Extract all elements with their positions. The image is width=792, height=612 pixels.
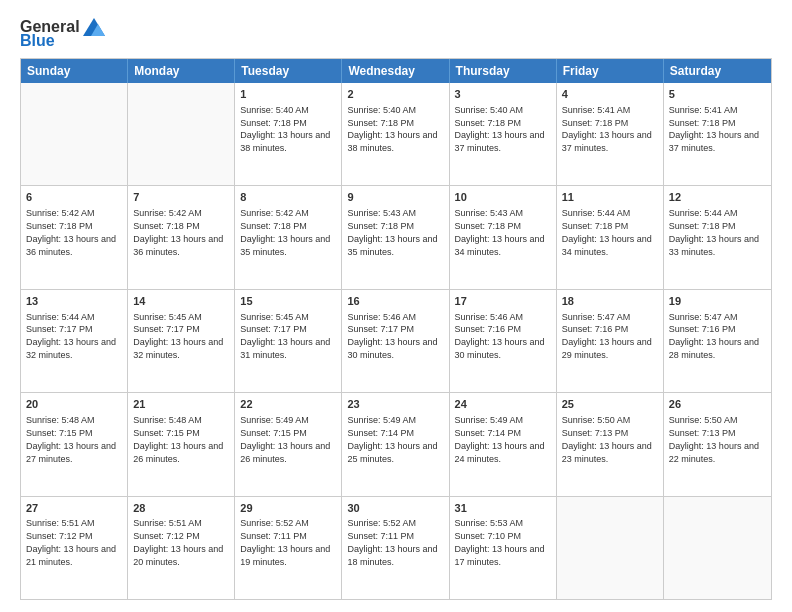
calendar-cell: 21Sunrise: 5:48 AM Sunset: 7:15 PM Dayli… [128,393,235,495]
logo: General Blue [20,18,105,50]
day-number: 31 [455,501,551,516]
day-info: Sunrise: 5:49 AM Sunset: 7:15 PM Dayligh… [240,415,330,463]
day-info: Sunrise: 5:43 AM Sunset: 7:18 PM Dayligh… [347,208,437,256]
header-day-friday: Friday [557,59,664,83]
calendar-cell: 17Sunrise: 5:46 AM Sunset: 7:16 PM Dayli… [450,290,557,392]
day-info: Sunrise: 5:40 AM Sunset: 7:18 PM Dayligh… [347,105,437,153]
header-day-monday: Monday [128,59,235,83]
day-number: 4 [562,87,658,102]
calendar-cell: 15Sunrise: 5:45 AM Sunset: 7:17 PM Dayli… [235,290,342,392]
calendar-cell: 9Sunrise: 5:43 AM Sunset: 7:18 PM Daylig… [342,186,449,288]
calendar-row-2: 6Sunrise: 5:42 AM Sunset: 7:18 PM Daylig… [21,185,771,288]
logo-blue: Blue [20,32,55,50]
day-info: Sunrise: 5:40 AM Sunset: 7:18 PM Dayligh… [455,105,545,153]
day-number: 24 [455,397,551,412]
day-info: Sunrise: 5:42 AM Sunset: 7:18 PM Dayligh… [26,208,116,256]
day-number: 7 [133,190,229,205]
calendar-cell [128,83,235,185]
calendar-cell: 11Sunrise: 5:44 AM Sunset: 7:18 PM Dayli… [557,186,664,288]
day-info: Sunrise: 5:47 AM Sunset: 7:16 PM Dayligh… [562,312,652,360]
calendar-cell: 13Sunrise: 5:44 AM Sunset: 7:17 PM Dayli… [21,290,128,392]
calendar-cell: 26Sunrise: 5:50 AM Sunset: 7:13 PM Dayli… [664,393,771,495]
day-number: 26 [669,397,766,412]
calendar-cell: 20Sunrise: 5:48 AM Sunset: 7:15 PM Dayli… [21,393,128,495]
day-number: 25 [562,397,658,412]
day-info: Sunrise: 5:42 AM Sunset: 7:18 PM Dayligh… [133,208,223,256]
calendar-cell: 23Sunrise: 5:49 AM Sunset: 7:14 PM Dayli… [342,393,449,495]
calendar-cell: 24Sunrise: 5:49 AM Sunset: 7:14 PM Dayli… [450,393,557,495]
day-info: Sunrise: 5:45 AM Sunset: 7:17 PM Dayligh… [133,312,223,360]
day-info: Sunrise: 5:52 AM Sunset: 7:11 PM Dayligh… [347,518,437,566]
day-number: 3 [455,87,551,102]
calendar-cell: 19Sunrise: 5:47 AM Sunset: 7:16 PM Dayli… [664,290,771,392]
day-info: Sunrise: 5:44 AM Sunset: 7:17 PM Dayligh… [26,312,116,360]
header-day-tuesday: Tuesday [235,59,342,83]
calendar-row-3: 13Sunrise: 5:44 AM Sunset: 7:17 PM Dayli… [21,289,771,392]
header-day-thursday: Thursday [450,59,557,83]
day-info: Sunrise: 5:49 AM Sunset: 7:14 PM Dayligh… [455,415,545,463]
calendar-row-5: 27Sunrise: 5:51 AM Sunset: 7:12 PM Dayli… [21,496,771,599]
day-number: 15 [240,294,336,309]
day-number: 19 [669,294,766,309]
calendar-cell: 22Sunrise: 5:49 AM Sunset: 7:15 PM Dayli… [235,393,342,495]
calendar-cell: 1Sunrise: 5:40 AM Sunset: 7:18 PM Daylig… [235,83,342,185]
header: General Blue [20,18,772,50]
day-info: Sunrise: 5:51 AM Sunset: 7:12 PM Dayligh… [26,518,116,566]
day-number: 9 [347,190,443,205]
day-info: Sunrise: 5:49 AM Sunset: 7:14 PM Dayligh… [347,415,437,463]
calendar-cell: 4Sunrise: 5:41 AM Sunset: 7:18 PM Daylig… [557,83,664,185]
day-number: 16 [347,294,443,309]
day-info: Sunrise: 5:48 AM Sunset: 7:15 PM Dayligh… [26,415,116,463]
calendar-body: 1Sunrise: 5:40 AM Sunset: 7:18 PM Daylig… [21,83,771,599]
page: General Blue SundayMondayTuesdayWednesda… [0,0,792,612]
day-info: Sunrise: 5:43 AM Sunset: 7:18 PM Dayligh… [455,208,545,256]
day-number: 11 [562,190,658,205]
calendar-cell: 5Sunrise: 5:41 AM Sunset: 7:18 PM Daylig… [664,83,771,185]
day-info: Sunrise: 5:42 AM Sunset: 7:18 PM Dayligh… [240,208,330,256]
calendar-cell: 25Sunrise: 5:50 AM Sunset: 7:13 PM Dayli… [557,393,664,495]
calendar-header: SundayMondayTuesdayWednesdayThursdayFrid… [21,59,771,83]
day-number: 18 [562,294,658,309]
day-info: Sunrise: 5:53 AM Sunset: 7:10 PM Dayligh… [455,518,545,566]
calendar-cell: 2Sunrise: 5:40 AM Sunset: 7:18 PM Daylig… [342,83,449,185]
calendar-cell: 8Sunrise: 5:42 AM Sunset: 7:18 PM Daylig… [235,186,342,288]
calendar-cell: 27Sunrise: 5:51 AM Sunset: 7:12 PM Dayli… [21,497,128,599]
calendar-cell: 6Sunrise: 5:42 AM Sunset: 7:18 PM Daylig… [21,186,128,288]
header-day-saturday: Saturday [664,59,771,83]
calendar-cell [21,83,128,185]
day-number: 2 [347,87,443,102]
day-number: 23 [347,397,443,412]
calendar-cell: 3Sunrise: 5:40 AM Sunset: 7:18 PM Daylig… [450,83,557,185]
calendar-cell: 30Sunrise: 5:52 AM Sunset: 7:11 PM Dayli… [342,497,449,599]
day-info: Sunrise: 5:44 AM Sunset: 7:18 PM Dayligh… [669,208,759,256]
day-number: 17 [455,294,551,309]
calendar-cell: 16Sunrise: 5:46 AM Sunset: 7:17 PM Dayli… [342,290,449,392]
day-number: 8 [240,190,336,205]
day-number: 28 [133,501,229,516]
day-info: Sunrise: 5:46 AM Sunset: 7:16 PM Dayligh… [455,312,545,360]
day-info: Sunrise: 5:41 AM Sunset: 7:18 PM Dayligh… [562,105,652,153]
day-info: Sunrise: 5:51 AM Sunset: 7:12 PM Dayligh… [133,518,223,566]
day-number: 20 [26,397,122,412]
calendar-cell: 14Sunrise: 5:45 AM Sunset: 7:17 PM Dayli… [128,290,235,392]
day-number: 13 [26,294,122,309]
day-info: Sunrise: 5:52 AM Sunset: 7:11 PM Dayligh… [240,518,330,566]
day-info: Sunrise: 5:40 AM Sunset: 7:18 PM Dayligh… [240,105,330,153]
day-number: 10 [455,190,551,205]
calendar-cell: 18Sunrise: 5:47 AM Sunset: 7:16 PM Dayli… [557,290,664,392]
calendar-cell: 31Sunrise: 5:53 AM Sunset: 7:10 PM Dayli… [450,497,557,599]
header-day-wednesday: Wednesday [342,59,449,83]
calendar-cell: 12Sunrise: 5:44 AM Sunset: 7:18 PM Dayli… [664,186,771,288]
day-number: 29 [240,501,336,516]
day-number: 1 [240,87,336,102]
day-number: 14 [133,294,229,309]
calendar-row-4: 20Sunrise: 5:48 AM Sunset: 7:15 PM Dayli… [21,392,771,495]
day-info: Sunrise: 5:41 AM Sunset: 7:18 PM Dayligh… [669,105,759,153]
calendar-row-1: 1Sunrise: 5:40 AM Sunset: 7:18 PM Daylig… [21,83,771,185]
day-number: 5 [669,87,766,102]
calendar-cell: 10Sunrise: 5:43 AM Sunset: 7:18 PM Dayli… [450,186,557,288]
day-number: 22 [240,397,336,412]
day-info: Sunrise: 5:45 AM Sunset: 7:17 PM Dayligh… [240,312,330,360]
calendar-cell: 28Sunrise: 5:51 AM Sunset: 7:12 PM Dayli… [128,497,235,599]
day-number: 21 [133,397,229,412]
